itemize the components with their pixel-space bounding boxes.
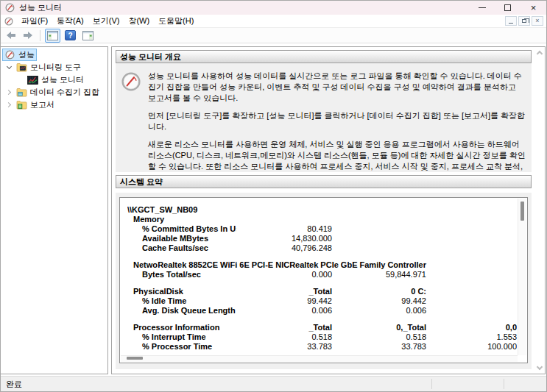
child-restore-icon xyxy=(522,19,526,23)
overview-title: 성능 모니터 개요 xyxy=(120,51,181,63)
report-value-cell: 0.518 xyxy=(332,332,426,342)
menu-item-1[interactable]: 동작(A) xyxy=(52,15,88,27)
report-value-cell xyxy=(426,234,517,243)
statusbar-separator xyxy=(504,379,504,389)
minimize-button[interactable] xyxy=(469,1,495,15)
report-hostname: \\KGCT_SW_NB09 xyxy=(127,205,236,215)
overview-section-header: 성능 모니터 개요 xyxy=(116,50,532,63)
summary-title: 시스템 요약 xyxy=(120,177,163,188)
menu-item-2[interactable]: 보기(V) xyxy=(88,15,124,27)
report-value-cell: Realtek 8852CE WiFi 6E PCI-E NIC xyxy=(158,260,289,270)
report-value-cell: 0.000 xyxy=(236,270,332,279)
expand-icon[interactable] xyxy=(4,100,14,110)
collapse-icon[interactable] xyxy=(4,63,14,73)
tree-item-content[interactable]: 데이터 수집기 집합 xyxy=(14,86,102,99)
close-button[interactable]: × xyxy=(520,1,546,15)
report-value-cell xyxy=(236,215,332,224)
report-value-cell: 59,844.971 xyxy=(332,270,426,279)
tree-item-content[interactable]: 보고서 xyxy=(14,99,57,111)
show-console-tree-button[interactable] xyxy=(45,29,60,43)
report-horizontal-scrollbar[interactable] xyxy=(121,355,518,362)
child-close-button[interactable]: × xyxy=(532,16,543,26)
content-pane: 성능 모니터 개요 성능 모니터를 사용하여 성능 데이터를 실시간으로 또는 … xyxy=(111,46,546,374)
report-value-cell: 0.006 xyxy=(332,306,426,316)
tree-item-content[interactable]: 모니터링 도구 xyxy=(14,61,83,74)
report-section-header-row: Network InterfaceRealtek 8852CE WiFi 6E … xyxy=(127,260,517,270)
tree-item-label: 성능 xyxy=(18,49,35,60)
report-value-cell: 0,_Total xyxy=(332,323,426,332)
report-counter-name: Cache Faults/sec xyxy=(127,243,236,253)
report-value-cell: 100.000 xyxy=(426,342,517,352)
summary-body: \\KGCT_SW_NB09Memory% Committed Bytes In… xyxy=(116,193,532,369)
report-section-header-row: Memory xyxy=(127,215,517,224)
help-icon: ? xyxy=(65,30,76,40)
report-value-cell xyxy=(332,215,426,224)
report-object-name: Network Interface xyxy=(127,260,158,270)
folder-monitor-icon xyxy=(16,63,27,73)
overview-paragraph-1: 성능 모니터를 사용하여 성능 데이터를 실시간으로 또는 로그 파일을 통해 … xyxy=(148,71,526,104)
report-counter-row: Cache Faults/sec40,796.248 xyxy=(127,243,517,253)
menu-item-0[interactable]: 파일(F) xyxy=(17,15,52,27)
expand-icon[interactable] xyxy=(4,88,14,98)
show-action-pane-button[interactable] xyxy=(80,29,96,43)
report-counter-name: % Processor Time xyxy=(127,342,236,352)
summary-section-header: 시스템 요약 xyxy=(116,175,532,188)
report-value-cell xyxy=(426,287,517,296)
report-counter-row: % Processor Time33.78333.783100.000 xyxy=(127,342,517,352)
help-button[interactable]: ? xyxy=(63,29,78,43)
report-counter-name: Bytes Total/sec xyxy=(127,270,236,279)
report-value-cell: 33.783 xyxy=(236,342,332,352)
tree-item-1[interactable]: 모니터링 도구 xyxy=(1,61,107,74)
report-value-cell: 99.442 xyxy=(332,296,426,306)
report-host-row: \\KGCT_SW_NB09 xyxy=(127,205,517,215)
overview-body: 성능 모니터를 사용하여 성능 데이터를 실시간으로 또는 로그 파일을 통해 … xyxy=(116,63,532,172)
tree-item-label: 데이터 수집기 집합 xyxy=(30,87,99,98)
scroll-up-icon[interactable] xyxy=(536,51,542,57)
report-value-cell: 80.419 xyxy=(236,224,332,234)
minimize-icon xyxy=(479,7,486,8)
report-vertical-scroll-thumb[interactable] xyxy=(520,202,524,221)
report-counter-row: % Committed Bytes In Use80.419 xyxy=(127,224,517,234)
scroll-down-icon[interactable] xyxy=(536,364,542,370)
statusbar-separator xyxy=(431,379,432,389)
menu-item-4[interactable]: 도움말(H) xyxy=(154,15,198,27)
content-scroll-gutter[interactable] xyxy=(534,48,544,373)
tree-item-0[interactable]: 성능 xyxy=(1,49,107,61)
tree-item-content[interactable]: 성능 모니터 xyxy=(25,74,86,86)
tree-item-2[interactable]: 성능 모니터 xyxy=(1,74,107,86)
tree-item-content[interactable]: 성능 xyxy=(2,49,37,61)
app-window: 성능 모니터 × 파일(F)동작(A)보기(V)창(W)도움말(H) × xyxy=(0,0,547,392)
overview-text: 성능 모니터를 사용하여 성능 데이터를 실시간으로 또는 로그 파일을 통해 … xyxy=(148,71,526,166)
report-vertical-scrollbar[interactable] xyxy=(518,199,526,355)
back-button[interactable] xyxy=(4,29,18,43)
back-icon xyxy=(6,31,16,40)
report-value-cell: _Total xyxy=(236,323,332,332)
maximize-button[interactable] xyxy=(495,1,520,15)
report-horizontal-scroll-thumb[interactable] xyxy=(127,357,143,360)
report-value-cell xyxy=(426,224,517,234)
report-value-cell: 1.553 xyxy=(426,332,517,342)
titlebar: 성능 모니터 × xyxy=(1,1,546,15)
menubar: 파일(F)동작(A)보기(V)창(W)도움말(H) × xyxy=(1,15,546,28)
report-counter-row: Bytes Total/sec0.00059,844.971 xyxy=(127,270,517,279)
forward-button[interactable] xyxy=(21,29,35,43)
console-tree-pane: 성능모니터링 도구성능 모니터데이터 수집기 집합보고서 xyxy=(1,46,108,374)
status-text: 완료 xyxy=(6,379,22,390)
report-counter-row: Avg. Disk Queue Length0.0060.006 xyxy=(127,306,517,316)
tree-item-label: 모니터링 도구 xyxy=(30,62,81,73)
report-section-header-row: PhysicalDisk_Total0 C: xyxy=(127,287,517,296)
report-value-cell: 0,0 xyxy=(426,323,517,332)
toolbar: ? xyxy=(1,28,546,43)
child-minimize-button[interactable] xyxy=(505,16,517,26)
child-restore-button[interactable] xyxy=(518,16,530,26)
report-value-cell xyxy=(426,270,517,279)
report-value-cell xyxy=(236,205,332,215)
tree-item-label: 성능 모니터 xyxy=(41,74,84,85)
report-section-3: Processor Information_Total0,_Total0,0% … xyxy=(127,323,517,352)
menu-item-3[interactable]: 창(W) xyxy=(124,15,154,27)
tree-item-4[interactable]: 보고서 xyxy=(1,99,107,111)
report-value-cell: _Total xyxy=(236,287,332,296)
tree-item-3[interactable]: 데이터 수집기 집합 xyxy=(1,86,107,99)
report-value-cell xyxy=(426,205,517,215)
report-value-cell xyxy=(426,243,517,253)
